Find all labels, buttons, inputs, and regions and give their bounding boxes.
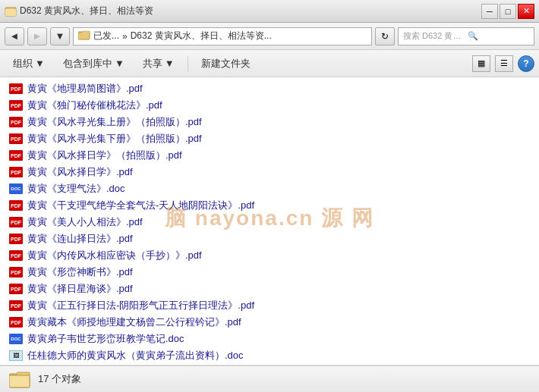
list-item[interactable]: PDF黄寅《形峦神断书》.pdf [6,264,533,281]
file-name: 黄寅《独门秘传催桃花法》.pdf [27,99,162,112]
list-item[interactable]: PDF黄寅《独门秘传催桃花法》.pdf [6,97,533,114]
file-name: 黄寅《地理易简图谱》.pdf [27,82,143,96]
toolbar-right: ▦ ☰ ? [472,55,534,72]
title-bar: D632 黄寅风水、择日、相法等资 ─ □ ✕ [0,0,539,23]
svg-rect-2 [78,32,90,39]
path-folder-icon [78,30,90,42]
file-list: PDF黄寅《地理易简图谱》.pdfPDF黄寅《独门秘传催桃花法》.pdfPDF黄… [0,77,539,365]
title-bar-left: D632 黄寅风水、择日、相法等资 [5,5,153,17]
include-label: 包含到库中 [63,57,112,71]
window-icon [5,5,17,17]
file-name: 黄寅《干支理气绝学全套气法-天人地阴阳法诀》.pdf [27,199,254,212]
path-part1: 已发... [93,30,119,42]
file-name: 黄寅《正五行择日法-阴阳形气正五行择日理法》.pdf [27,299,254,312]
list-item[interactable]: PDF黄寅《择日星海谈》.pdf [6,281,533,297]
list-item[interactable]: PDF黄寅《风水寻光集上册》（拍照版）.pdf [6,114,533,130]
list-item[interactable]: PDF黄寅《美人小人相法》.pdf [6,214,533,230]
svg-rect-1 [5,9,16,16]
file-name: 黄寅《形峦神断书》.pdf [27,265,133,279]
list-item[interactable]: PDF黄寅藏本《师授地理建文杨曾二公行程钤记》.pdf [6,314,533,331]
file-name: 黄寅《内传风水相应密诀（手抄）》.pdf [27,249,202,262]
search-bar[interactable]: 搜索 D632 黄寅风水、择日、相法等... 🔍 [398,27,534,45]
pdf-icon: PDF [9,83,23,95]
pdf-icon: PDF [9,249,23,262]
help-button[interactable]: ? [518,55,534,72]
list-item[interactable]: PDF黄寅《正五行择日法-阴阳形气正五行择日理法》.pdf [6,297,533,314]
window-title: D632 黄寅风水、择日、相法等资 [20,5,153,17]
doc-icon: DOC [9,333,23,345]
pdf-icon: PDF [9,99,23,111]
status-bar: 17 个对象 [0,365,539,392]
forward-button[interactable]: ► [27,27,47,45]
search-placeholder: 搜索 D632 黄寅风水、择日、相法等... [403,30,465,42]
list-item[interactable]: PDF黄寅《连山择日法》.pdf [6,230,533,247]
svg-rect-4 [9,375,30,387]
pdf-icon: PDF [9,199,23,212]
doc-icon: DOC [9,183,23,195]
folder-icon [9,370,30,388]
list-item[interactable]: 🖼任桂德大师的黄寅风水（黄寅弟子流出资料）.doc [6,347,533,364]
minimize-button[interactable]: ─ [481,4,498,19]
file-area: 脑 nayona.cn 源 网 PDF黄寅《地理易简图谱》.pdfPDF黄寅《独… [0,77,539,365]
list-item[interactable]: PDF黄寅《风水择日学》（拍照版）.pdf [6,147,533,164]
list-item[interactable]: DOC黄寅《支理气法》.doc [6,180,533,197]
path-sep: » [122,31,128,42]
status-text: 17 个对象 [38,372,81,386]
img-icon: 🖼 [9,350,23,362]
file-name: 黄寅《风水寻光集上册》（拍照版）.pdf [27,115,202,129]
toolbar-separator [188,56,188,71]
new-folder-label: 新建文件夹 [201,57,251,71]
pdf-icon: PDF [9,299,23,312]
file-name: 黄寅《风水择日学》.pdf [27,165,133,179]
address-path[interactable]: 已发... » D632 黄寅风水、择日、相法等资... [73,27,372,45]
back-button[interactable]: ◄ [5,27,24,45]
file-name: 黄寅《风水寻光集下册》（拍照版）.pdf [27,132,202,146]
pdf-icon: PDF [9,216,23,228]
address-bar: ◄ ► ▼ 已发... » D632 黄寅风水、择日、相法等资... ↻ 搜索 … [0,23,539,50]
list-item[interactable]: PDF黄寅《内传风水相应密诀（手抄）》.pdf [6,247,533,264]
list-item[interactable]: PDF黄寅《干支理气绝学全套气法-天人地阴阳法诀》.pdf [6,197,533,214]
close-button[interactable]: ✕ [518,4,534,19]
toolbar: 组织 ▼ 包含到库中 ▼ 共享 ▼ 新建文件夹 ▦ ☰ ? [0,50,539,77]
pdf-icon: PDF [9,166,23,178]
pdf-icon: PDF [9,149,23,162]
list-item[interactable]: DOC黄寅弟子韦世艺形峦班教学笔记.doc [6,331,533,347]
pdf-icon: PDF [9,233,23,245]
new-folder-button[interactable]: 新建文件夹 [193,53,259,74]
share-chevron-icon: ▼ [165,58,175,69]
pdf-icon: PDF [9,266,23,278]
file-name: 黄寅《美人小人相法》.pdf [27,215,143,229]
file-name: 黄寅《择日星海谈》.pdf [27,282,133,296]
pdf-icon: PDF [9,316,23,328]
list-item[interactable]: PDF黄寅《风水择日学》.pdf [6,164,533,180]
title-controls: ─ □ ✕ [481,4,534,19]
organize-button[interactable]: 组织 ▼ [5,53,53,74]
include-chevron-icon: ▼ [115,58,125,69]
list-item[interactable]: PDF黄寅《地理易简图谱》.pdf [6,80,533,97]
pdf-icon: PDF [9,283,23,295]
file-name: 黄寅《风水择日学》（拍照版）.pdf [27,149,182,162]
organize-chevron-icon: ▼ [35,58,45,69]
file-name: 黄寅《连山择日法》.pdf [27,232,133,246]
pdf-icon: PDF [9,133,23,145]
dropdown-button[interactable]: ▼ [50,27,70,45]
file-name: 任桂德大师的黄寅风水（黄寅弟子流出资料）.doc [27,349,244,362]
view-button[interactable]: ▦ [472,55,490,72]
list-item[interactable]: PDF黄寅《风水寻光集下册》（拍照版）.pdf [6,130,533,147]
search-icon: 🔍 [468,31,529,41]
file-name: 黄寅藏本《师授地理建文杨曾二公行程钤记》.pdf [27,315,241,329]
path-part2: D632 黄寅风水、择日、相法等资... [131,30,272,42]
file-name: 黄寅弟子韦世艺形峦班教学笔记.doc [27,332,184,346]
share-button[interactable]: 共享 ▼ [134,53,183,74]
organize-label: 组织 [13,57,33,71]
refresh-button[interactable]: ↻ [375,27,395,45]
include-button[interactable]: 包含到库中 ▼ [55,53,133,74]
share-label: 共享 [143,57,162,71]
file-name: 黄寅《支理气法》.doc [27,182,125,196]
maximize-button[interactable]: □ [500,4,516,19]
pdf-icon: PDF [9,116,23,128]
view-button-2[interactable]: ☰ [495,55,513,72]
